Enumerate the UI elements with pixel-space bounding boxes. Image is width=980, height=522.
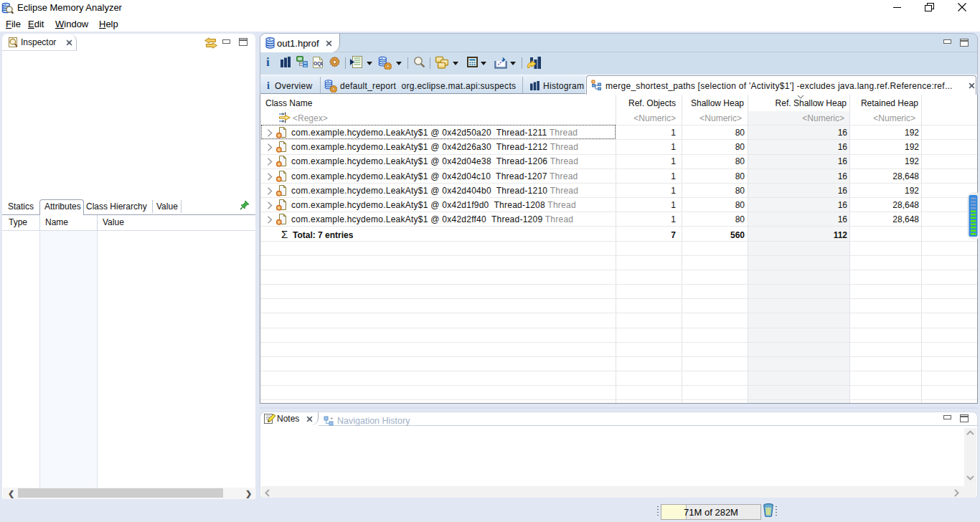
svg-text:OQL: OQL [314,61,323,67]
